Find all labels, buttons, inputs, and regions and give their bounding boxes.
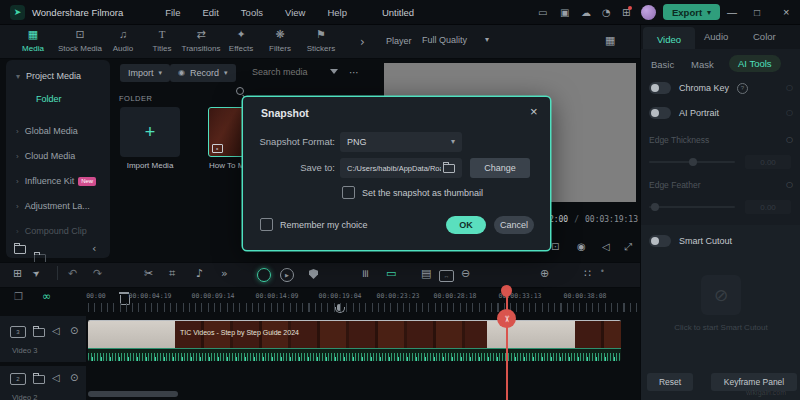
fit-timeline-icon[interactable]: ↔ [439, 270, 454, 282]
tab-audio[interactable]: ♫ Audio [101, 28, 145, 53]
maximize-button[interactable]: □ [754, 7, 760, 18]
edge-thickness-value[interactable]: 0.00 [745, 155, 791, 169]
track-2-eye-icon[interactable]: ⊙ [70, 373, 78, 383]
smart-cutout-toggle[interactable] [649, 235, 671, 247]
avatar[interactable] [641, 5, 656, 20]
duplicate-icon[interactable]: ❐ [14, 292, 23, 302]
timeline-clip[interactable]: TIC Videos - Step by Step Guide 2024 [88, 320, 621, 361]
menu-view[interactable]: View [285, 7, 305, 18]
import-media-card[interactable]: + [120, 107, 180, 157]
portrait-keyframe-icon[interactable]: ○ [786, 109, 793, 117]
undo-icon[interactable]: ↶ [68, 268, 77, 279]
cancel-button[interactable]: Cancel [494, 216, 534, 234]
thumbnail-checkbox-row[interactable]: Set the snapshot as thumbnail [342, 186, 483, 199]
tab-transitions[interactable]: ⇄ Transitions [179, 28, 223, 53]
sidebar-item-folder[interactable]: Folder [36, 94, 62, 104]
close-button[interactable]: × [783, 6, 789, 18]
export-button[interactable]: Export ▾ [663, 4, 720, 20]
more-tools-icon[interactable]: » [221, 268, 228, 279]
tab-effects[interactable]: ✦ Effects [219, 28, 263, 53]
sidebar-item-cloud-media[interactable]: ›Cloud Media [16, 151, 75, 161]
smart-cutout-placeholder[interactable]: ⊘ [701, 275, 741, 315]
collapse-sidebar-icon[interactable]: ‹ [92, 243, 96, 254]
zoom-out-icon[interactable]: ⊖ [461, 268, 470, 279]
thumbnail-checkbox[interactable] [342, 186, 355, 199]
render-card-icon[interactable]: ▤ [421, 268, 431, 279]
search-icon[interactable] [236, 87, 244, 95]
tab-color[interactable]: Color [753, 31, 776, 42]
subtab-ai-tools[interactable]: AI Tools [729, 55, 781, 72]
tab-stock-media[interactable]: ⊡ Stock Media [58, 28, 102, 53]
track-2-speaker-icon[interactable]: ◁ [52, 373, 60, 383]
remember-checkbox[interactable] [260, 218, 273, 231]
filter-funnel-icon[interactable] [330, 69, 338, 74]
snapshot-monitor-icon[interactable]: ⊡ [551, 242, 559, 252]
record-dropdown[interactable]: ◉ Record ▾ [170, 64, 236, 82]
format-dropdown[interactable]: PNG ▾ [340, 132, 462, 152]
display-mode-icon[interactable]: ▭ [538, 8, 547, 18]
edge-thickness-keyframe-icon[interactable]: ○ [786, 136, 793, 144]
playhead-split-badge[interactable]: ✂ [497, 309, 516, 328]
menu-edit[interactable]: Edit [202, 7, 218, 18]
new-folder-icon[interactable] [14, 245, 26, 254]
filmora-logo-icon[interactable]: ➤ [10, 5, 25, 20]
mixer-icon[interactable]: ≡ [360, 269, 371, 278]
tab-titles[interactable]: T Titles [140, 28, 184, 53]
fullscreen-icon[interactable]: ⤢ [624, 242, 632, 252]
menu-tools[interactable]: Tools [241, 7, 263, 18]
panel-dot-icon[interactable]: • [600, 268, 605, 276]
apps-grid-icon[interactable]: ⊞ [622, 8, 630, 18]
edge-thickness-slider[interactable] [649, 161, 735, 163]
play-preview-icon[interactable]: ▶ [280, 268, 294, 282]
tab-stickers[interactable]: ⚑ Stickers [299, 28, 343, 53]
menu-file[interactable]: File [165, 7, 180, 18]
track-1-folder-icon[interactable] [33, 328, 45, 337]
ai-portrait-toggle[interactable] [649, 107, 671, 119]
audio-stretch-icon[interactable]: ♪ [196, 268, 203, 279]
redo-icon[interactable]: ↷ [93, 268, 102, 279]
community-icon[interactable]: ◔ [602, 8, 611, 18]
tab-audio-props[interactable]: Audio [704, 31, 728, 42]
chroma-keyframe-icon[interactable]: ○ [786, 84, 793, 92]
quality-select[interactable]: Full Quality ▾ [422, 35, 489, 45]
timeline-scrollbar[interactable] [88, 391, 178, 397]
remember-checkbox-row[interactable]: Remember my choice [260, 218, 368, 231]
search-input[interactable] [250, 66, 324, 78]
snapshot-camera-icon[interactable]: ◉ [577, 242, 586, 252]
tab-video[interactable]: Video [643, 27, 695, 49]
preview-image-icon[interactable]: ▦ [605, 35, 615, 46]
minimize-button[interactable]: — [727, 7, 737, 18]
ok-button[interactable]: OK [446, 216, 486, 234]
subtab-basic[interactable]: Basic [651, 59, 674, 70]
layout-grid-icon[interactable]: ⊞ [13, 268, 22, 279]
save-path-field[interactable]: C:/Users/habib/AppData/Roar [340, 158, 462, 178]
sidebar-item-global-media[interactable]: ›Global Media [16, 126, 78, 136]
chroma-key-help-icon[interactable]: ? [737, 83, 748, 94]
subtab-mask[interactable]: Mask [691, 59, 714, 70]
crop-icon[interactable]: ⌗ [169, 268, 175, 279]
sidebar-item-compound-clip[interactable]: ›Compound Clip [16, 226, 87, 236]
sidebar-item-influence-kit[interactable]: ›Influence KitNew [16, 176, 96, 186]
edge-feather-slider[interactable] [649, 206, 735, 208]
more-tabs-arrow[interactable]: › [360, 36, 365, 48]
edge-feather-value[interactable]: 0.00 [745, 200, 791, 214]
mute-speaker-icon[interactable]: ◁ [602, 242, 610, 252]
zoom-in-icon[interactable]: ⊕ [540, 268, 549, 279]
track-1-eye-icon[interactable]: ⊙ [70, 326, 78, 336]
save-icon[interactable]: ▣ [560, 8, 569, 18]
sidebar-item-adjustment-layer[interactable]: ›Adjustment La... [16, 201, 90, 211]
browse-folder-icon[interactable] [443, 164, 455, 173]
split-scissors-icon[interactable]: ✂ [144, 268, 153, 279]
link-clips-icon[interactable]: ∞ [42, 291, 51, 302]
dialog-close-icon[interactable]: × [530, 104, 538, 119]
screen-record-icon[interactable]: ▭ [386, 268, 396, 279]
ruler-ticks[interactable] [88, 303, 638, 312]
change-button[interactable]: Change [470, 158, 530, 178]
chroma-key-toggle[interactable] [649, 82, 671, 94]
reset-button[interactable]: Reset [647, 373, 693, 391]
more-options-icon[interactable]: ⋯ [349, 68, 359, 78]
track-2-folder-icon[interactable] [33, 375, 45, 384]
track-manager-icon[interactable]: ∷ [584, 268, 591, 279]
track-1-speaker-icon[interactable]: ◁ [52, 326, 60, 336]
tab-media[interactable]: ▦ Media [11, 28, 55, 53]
